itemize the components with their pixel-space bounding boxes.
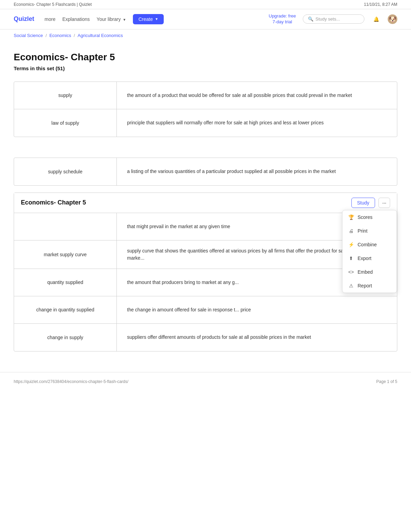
dropdown-print[interactable]: 🖨 Print <box>342 224 397 238</box>
dropdown-print-label: Print <box>358 228 368 234</box>
dropdown-embed-label: Embed <box>358 269 373 275</box>
term-quantity-supplied: quantity supplied <box>14 269 117 296</box>
table-row: change in quantity supplied the change i… <box>14 296 397 324</box>
dropdown-embed[interactable]: <> Embed <box>342 265 397 279</box>
more-button[interactable]: ··· <box>378 198 390 208</box>
dropdown-scores-label: Scores <box>358 214 373 220</box>
dropdown-menu: 🏆 Scores 🖨 Print ⚡ Combine ⬆ Export <> <box>342 210 397 293</box>
definition-supply-schedule: a listing of the various quantities of a… <box>117 158 397 185</box>
footer-page: Page 1 of 5 <box>376 379 397 384</box>
floating-card-area: Economics- Chapter 5 Study ··· 🏆 Scores … <box>0 193 411 351</box>
scores-icon: 🏆 <box>348 214 354 220</box>
term-market-supply-curve: market supply curve <box>14 240 117 269</box>
table-row: change in supply suppliers offer differe… <box>14 324 397 351</box>
search-box[interactable]: 🔍 Study sets... <box>303 14 364 24</box>
breadcrumb-social-science[interactable]: Social Science <box>14 33 43 38</box>
embed-icon: <> <box>348 269 354 275</box>
table-row: law of supply principle that suppliers w… <box>14 109 397 137</box>
table-row: quantity supplied the amount that produc… <box>14 269 397 296</box>
print-icon: 🖨 <box>348 228 354 234</box>
term-supply-schedule: supply schedule <box>14 158 117 185</box>
definition-law-of-supply: principle that suppliers will normally o… <box>117 109 397 137</box>
avatar-icon[interactable]: 🐶 <box>388 14 397 24</box>
search-placeholder: Study sets... <box>315 16 340 22</box>
table-row: market supply curve supply curve that sh… <box>14 240 397 269</box>
logo[interactable]: Quizlet <box>14 15 34 23</box>
term-law-of-supply: law of supply <box>14 109 117 137</box>
table-row: that might prevail in the market at any … <box>14 213 397 240</box>
export-icon: ⬆ <box>348 256 354 261</box>
definition-change-in-supply: suppliers offer different amounts of pro… <box>117 324 397 351</box>
combine-icon: ⚡ <box>348 242 354 247</box>
datetime: 11/10/21, 8:27 AM <box>364 2 397 7</box>
definition-change-in-quantity-supplied: the change in amount offered for sale in… <box>117 296 397 323</box>
term-change-in-supply: change in supply <box>14 324 117 351</box>
term-change-in-quantity-supplied: change in quantity supplied <box>14 296 117 323</box>
create-chevron: ▼ <box>155 17 158 21</box>
footer-url: https://quizlet.com/27638404/economics-c… <box>14 379 128 384</box>
terms-count: Terms in this set (51) <box>14 65 397 71</box>
report-icon: ⚠ <box>348 283 354 288</box>
page-title: Economics- Chapter 5 <box>14 52 397 63</box>
create-button[interactable]: Create ▼ <box>133 14 164 24</box>
dropdown-combine-label: Combine <box>358 242 377 247</box>
floating-card: Economics- Chapter 5 Study ··· 🏆 Scores … <box>14 193 397 351</box>
breadcrumb-agricultural-economics[interactable]: Agricultural Economics <box>78 33 123 38</box>
nav-explanations[interactable]: Explanations <box>62 16 90 22</box>
timestamp-bar: Economics- Chapter 5 Flashcards | Quizle… <box>0 0 411 9</box>
bell-icon[interactable]: 🔔 <box>371 14 381 24</box>
table-gap-1 <box>0 137 411 158</box>
page-footer: https://quizlet.com/27638404/economics-c… <box>0 372 411 391</box>
dropdown-scores[interactable]: 🏆 Scores <box>342 210 397 224</box>
dropdown-report-label: Report <box>358 283 372 288</box>
flashcard-table-1: supply the amount of a product that woul… <box>14 82 397 137</box>
nav-more[interactable]: more <box>45 16 55 22</box>
dropdown-report[interactable]: ⚠ Report <box>342 279 397 293</box>
breadcrumb-economics[interactable]: Economics <box>49 33 71 38</box>
your-library-chevron: ▼ <box>123 18 126 22</box>
definition-supply: the amount of a product that would be of… <box>117 82 397 109</box>
floating-card-actions: Study ··· <box>351 198 390 208</box>
floating-card-title: Economics- Chapter 5 <box>21 199 86 206</box>
top-nav: Quizlet more Explanations Your library ▼… <box>0 9 411 29</box>
floating-card-header: Economics- Chapter 5 Study ··· 🏆 Scores … <box>14 193 397 213</box>
term-empty <box>14 213 117 240</box>
nav-your-library[interactable]: Your library ▼ <box>97 16 126 22</box>
upgrade-button[interactable]: Upgrade: free 7-day trial <box>269 13 296 25</box>
study-button[interactable]: Study <box>351 198 375 208</box>
tab-title: Economics- Chapter 5 Flashcards | Quizle… <box>14 2 92 7</box>
table-row: supply schedule a listing of the various… <box>14 158 397 185</box>
flashcard-table-2: supply schedule a listing of the various… <box>14 158 397 186</box>
search-icon: 🔍 <box>308 16 313 22</box>
term-supply: supply <box>14 82 117 109</box>
dropdown-export-label: Export <box>358 256 371 261</box>
breadcrumb: Social Science / Economics / Agricultura… <box>0 29 411 41</box>
page-title-area: Economics- Chapter 5 Terms in this set (… <box>0 41 411 82</box>
dropdown-combine[interactable]: ⚡ Combine <box>342 238 397 251</box>
table-row: supply the amount of a product that woul… <box>14 82 397 109</box>
dropdown-export[interactable]: ⬆ Export <box>342 251 397 265</box>
